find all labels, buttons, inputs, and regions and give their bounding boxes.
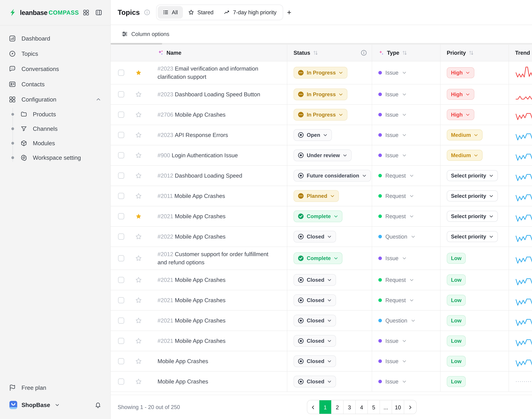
topic-name[interactable]: #2021Mobile App Crashes bbox=[157, 337, 225, 345]
table-row[interactable]: #900Login Authentication Issue Under rev… bbox=[111, 145, 532, 166]
row-checkbox[interactable] bbox=[118, 132, 124, 138]
type-select[interactable]: Request bbox=[378, 193, 414, 199]
table-row[interactable]: #2012Dashboard Loading Speed Future cons… bbox=[111, 166, 532, 186]
column-header-status[interactable]: Status bbox=[287, 45, 372, 61]
priority-chip[interactable]: Low bbox=[447, 275, 466, 285]
status-chip[interactable]: Closed bbox=[294, 274, 336, 286]
priority-chip[interactable]: Select priority bbox=[447, 190, 498, 201]
status-chip[interactable]: Future consideration bbox=[294, 170, 371, 182]
sidebar-item-workspace-setting[interactable]: Workspace setting bbox=[0, 150, 110, 165]
table-row[interactable]: Mobile App Crashes Closed Issue Low -- M bbox=[111, 372, 532, 392]
row-checkbox[interactable] bbox=[118, 112, 124, 118]
info-icon[interactable] bbox=[361, 50, 367, 56]
topic-name[interactable]: #2021Mobile App Crashes bbox=[157, 276, 225, 284]
chevron-up-icon[interactable] bbox=[96, 97, 101, 102]
row-star-toggle[interactable] bbox=[135, 338, 142, 344]
status-chip[interactable]: Closed bbox=[294, 376, 336, 387]
status-chip[interactable]: Closed bbox=[294, 231, 336, 242]
table-row[interactable]: #2706Mobile App Crashes In Progress Issu… bbox=[111, 105, 532, 125]
column-header-trend[interactable]: Trend bbox=[509, 45, 532, 61]
status-chip[interactable]: Planned bbox=[294, 190, 339, 202]
type-select[interactable]: Question bbox=[378, 234, 415, 240]
workspace-switcher[interactable]: ShopBase bbox=[0, 396, 110, 414]
row-checkbox[interactable] bbox=[118, 213, 124, 219]
row-star-toggle[interactable] bbox=[135, 111, 142, 118]
topic-name[interactable]: #2021Mobile App Crashes bbox=[157, 316, 225, 325]
page-button-3[interactable]: 3 bbox=[344, 400, 356, 414]
status-chip[interactable]: Closed bbox=[294, 315, 336, 327]
row-checkbox[interactable] bbox=[118, 193, 124, 199]
table-row[interactable]: #2012Customer support for order fulfillm… bbox=[111, 247, 532, 270]
add-tab-button[interactable]: + bbox=[287, 8, 291, 17]
column-header-name[interactable]: Name bbox=[111, 45, 287, 61]
topic-name[interactable]: Mobile App Crashes bbox=[157, 377, 208, 386]
row-star-toggle[interactable] bbox=[135, 277, 142, 283]
sidebar-item-configuration[interactable]: Configuration bbox=[0, 92, 110, 107]
sidebar-item-dashboard[interactable]: Dashboard bbox=[0, 31, 110, 46]
status-chip[interactable]: Open bbox=[294, 129, 332, 141]
topic-name[interactable]: #900Login Authentication Issue bbox=[157, 151, 238, 159]
bell-icon[interactable] bbox=[94, 401, 102, 409]
table-row[interactable]: #2023API Response Errors Open Issue Medi… bbox=[111, 125, 532, 145]
topic-name[interactable]: #2023Email verification and information … bbox=[157, 65, 277, 81]
row-star-toggle[interactable] bbox=[135, 233, 142, 240]
priority-chip[interactable]: Low bbox=[447, 315, 466, 326]
row-star-toggle[interactable] bbox=[135, 193, 142, 199]
sort-icon[interactable] bbox=[402, 50, 407, 56]
sidebar-item-modules[interactable]: Modules bbox=[0, 136, 110, 150]
row-checkbox[interactable] bbox=[118, 277, 124, 283]
table-row[interactable]: #2021Mobile App Crashes Closed Request L… bbox=[111, 270, 532, 290]
row-checkbox[interactable] bbox=[118, 358, 124, 365]
row-star-toggle[interactable] bbox=[135, 69, 142, 76]
type-select[interactable]: Issue bbox=[378, 255, 407, 262]
type-select[interactable]: Issue bbox=[378, 358, 407, 365]
plan-badge[interactable]: Free plan bbox=[0, 380, 110, 396]
tab-7-day-high-priority[interactable]: 7-day high priority bbox=[219, 6, 282, 19]
table-row[interactable]: Mobile App Crashes Closed Issue Low 70 M bbox=[111, 351, 532, 372]
priority-chip[interactable]: Low bbox=[447, 356, 466, 367]
table-row[interactable]: #2023Dashboard Loading Speed Button In P… bbox=[111, 84, 532, 105]
priority-chip[interactable]: Select priority bbox=[447, 231, 498, 242]
column-options-button[interactable]: Column options bbox=[121, 31, 169, 37]
status-chip[interactable]: Complete bbox=[294, 210, 342, 222]
type-select[interactable]: Request bbox=[378, 172, 414, 179]
sidebar-item-contacts[interactable]: Contacts bbox=[0, 77, 110, 92]
priority-chip[interactable]: Low bbox=[447, 336, 466, 346]
type-select[interactable]: Issue bbox=[378, 69, 407, 76]
topic-name[interactable]: #2706Mobile App Crashes bbox=[157, 111, 225, 119]
type-select[interactable]: Question bbox=[378, 317, 415, 324]
sort-icon[interactable] bbox=[313, 50, 318, 56]
topic-name[interactable]: #2021Mobile App Crashes bbox=[157, 212, 225, 220]
type-select[interactable]: Issue bbox=[378, 338, 407, 344]
status-chip[interactable]: Complete bbox=[294, 252, 342, 264]
priority-chip[interactable]: High bbox=[447, 109, 474, 120]
type-select[interactable]: Request bbox=[378, 297, 414, 303]
row-star-toggle[interactable] bbox=[135, 152, 142, 159]
priority-chip[interactable]: Low bbox=[447, 253, 466, 264]
status-chip[interactable]: Closed bbox=[294, 355, 336, 367]
priority-chip[interactable]: High bbox=[447, 67, 474, 78]
table-row[interactable]: #2023Email verification and information … bbox=[111, 61, 532, 84]
table-row[interactable]: #2021Mobile App Crashes Closed Question … bbox=[111, 311, 532, 331]
type-select[interactable]: Issue bbox=[378, 112, 407, 118]
type-select[interactable]: Issue bbox=[378, 152, 407, 158]
priority-chip[interactable]: Medium bbox=[447, 150, 483, 161]
row-star-toggle[interactable] bbox=[135, 378, 142, 385]
sidebar-item-products[interactable]: Products bbox=[0, 107, 110, 121]
page-button-2[interactable]: 2 bbox=[331, 400, 344, 414]
topic-name[interactable]: #2012Dashboard Loading Speed bbox=[157, 171, 242, 180]
row-checkbox[interactable] bbox=[118, 234, 124, 240]
prev-page-button[interactable] bbox=[307, 400, 319, 414]
status-chip[interactable]: Under review bbox=[294, 149, 351, 161]
type-select[interactable]: Request bbox=[378, 277, 414, 283]
priority-chip[interactable]: High bbox=[447, 89, 474, 100]
row-checkbox[interactable] bbox=[118, 172, 124, 179]
page-button-5[interactable]: 5 bbox=[368, 400, 380, 414]
table-row[interactable]: #2011Mobile App Crashes Planned Request … bbox=[111, 186, 532, 206]
row-star-toggle[interactable] bbox=[135, 213, 142, 220]
sidebar-item-conversations[interactable]: Conversations bbox=[0, 61, 110, 77]
horizontal-scrollbar[interactable] bbox=[111, 43, 532, 45]
app-grid-icon[interactable] bbox=[83, 9, 90, 16]
next-page-button[interactable] bbox=[404, 400, 416, 414]
priority-chip[interactable]: Low bbox=[447, 295, 466, 306]
